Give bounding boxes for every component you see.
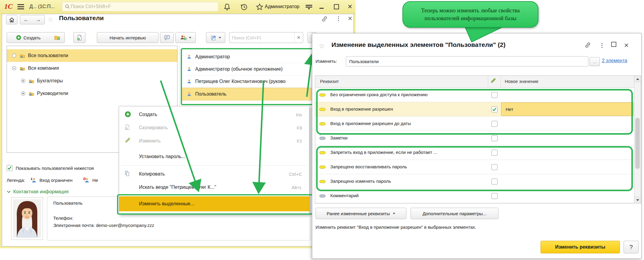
attribute-icon [319, 122, 325, 125]
more-menu-icon[interactable]: ⋮ [336, 15, 341, 22]
main-menu-icon[interactable] [17, 4, 24, 5]
check-icon [8, 166, 12, 170]
attribute-label: Без ограничения срока доступа к приложен… [330, 92, 427, 97]
row-checkbox[interactable] [491, 150, 498, 156]
list-search-input[interactable] [230, 32, 294, 43]
maximize-icon[interactable] [611, 42, 616, 48]
user-row[interactable]: Администратор (обычное приложение) [181, 63, 312, 75]
table-row-selected[interactable]: Вход в приложение разрешен Нет [315, 102, 634, 117]
contact-info-section-toggle[interactable]: Контактная информация [7, 189, 69, 194]
maximize-icon[interactable] [334, 4, 339, 9]
favorite-star-icon[interactable]: ☆ [48, 16, 54, 23]
table-row[interactable]: Запрещено восстанавливать пароль [315, 160, 634, 174]
additional-params-button[interactable]: Дополнительные параметры... [411, 208, 498, 219]
menu-shortcut: Alt+L [291, 185, 302, 190]
note-attribute-icon [319, 137, 325, 140]
new-value-cell[interactable]: Нет [501, 102, 633, 116]
close-icon[interactable]: ✕ [624, 42, 629, 49]
screen: 1С Д... (1С:П... Администратор ✕ ← → ☆ П… [0, 0, 644, 260]
scroll-down-button[interactable] [634, 197, 641, 203]
user-row[interactable]: Администратор [181, 51, 312, 63]
export-dropdown-button[interactable] [206, 32, 225, 43]
previously-changed-attrs-button[interactable]: Ранее измененные реквизиты [316, 208, 406, 219]
create-group-button[interactable] [50, 32, 65, 43]
dialog-title: Изменение выделенных элементов "Пользова… [331, 41, 505, 48]
menu-item-label: Искать везде "Петрищев Олег К..." [139, 185, 216, 190]
elements-link[interactable]: 2 элемента [602, 58, 627, 63]
global-search[interactable] [62, 2, 218, 11]
restricted-login-icon [30, 177, 37, 183]
create-from-new-button[interactable] [73, 32, 85, 43]
row-checkbox[interactable] [491, 121, 498, 127]
table-row[interactable]: Комментарий [315, 189, 634, 203]
table-row[interactable]: Запрещено изменять пароль [315, 174, 634, 189]
change-target-input[interactable] [346, 56, 588, 66]
get-link-icon[interactable] [584, 42, 591, 50]
user-icon [187, 67, 192, 72]
table-row[interactable]: Р Заметки [315, 131, 634, 145]
menu-item-copy[interactable]: Копировать Ctrl+C [119, 167, 309, 181]
user-name: Петрищев Олег Константинович (руково [195, 79, 285, 84]
add-users-dropdown-button[interactable] [175, 32, 196, 43]
user-name: Пользователь [195, 91, 226, 97]
table-row[interactable]: Вход в приложение разрешен до даты [315, 117, 634, 131]
change-attributes-button[interactable]: Изменить реквизиты [541, 241, 620, 253]
tree-item-managers[interactable]: Руководители [7, 87, 177, 100]
contact-name: Пользователь [53, 200, 82, 206]
menu-item-edit[interactable]: Изменить F2 [119, 134, 309, 148]
minimize-icon[interactable] [319, 8, 324, 9]
scroll-up-button[interactable] [634, 76, 641, 82]
favorites-icon[interactable] [256, 3, 263, 11]
forward-button[interactable]: → [32, 15, 45, 24]
page-title: Пользователи [59, 14, 104, 22]
table-row[interactable]: Запретить вход в приложение, если не раб… [315, 145, 634, 160]
help-button[interactable]: ? [624, 241, 639, 253]
start-interview-button[interactable]: Начать интервью [97, 32, 159, 43]
create-button[interactable]: Создать [7, 32, 50, 43]
row-checkbox[interactable] [491, 135, 498, 141]
menu-item-set-password[interactable]: Установить пароль... [119, 150, 309, 163]
menu-item-copy-new[interactable]: Скопировать F9 [119, 121, 309, 134]
notifications-icon[interactable] [223, 3, 231, 11]
table-row[interactable]: Без ограничения срока доступа к приложен… [315, 88, 634, 102]
menu-item-search-everywhere[interactable]: Искать везде "Петрищев Олег К..." Alt+L [119, 181, 309, 194]
window-close-icon[interactable]: ✕ [348, 15, 353, 22]
back-button[interactable]: ← [20, 15, 32, 24]
home-button[interactable] [6, 15, 17, 24]
current-user[interactable]: Администратор [265, 4, 299, 9]
close-icon[interactable]: ✕ [347, 3, 353, 10]
menu-item-create[interactable]: Создать Ins [119, 108, 309, 121]
menu-separator [122, 195, 307, 195]
menu-item-edit-selected[interactable]: Изменить выделенные... [119, 196, 309, 211]
clear-search-icon[interactable]: ✕ [294, 32, 303, 43]
get-link-icon[interactable] [321, 16, 328, 23]
tree-item-accountants[interactable]: Бухгалтеры [7, 75, 177, 87]
discussion-button[interactable] [160, 32, 174, 43]
more-menu-icon[interactable]: ⋮ [599, 42, 605, 49]
table-scrollbar[interactable] [634, 76, 641, 203]
favorite-star-icon[interactable]: ☆ [319, 42, 325, 50]
row-checkbox-checked[interactable] [491, 106, 498, 112]
choose-type-button[interactable]: ... [590, 57, 600, 66]
menu-shortcut: Ins [296, 112, 302, 117]
plus-icon [125, 111, 132, 118]
scroll-thumb[interactable] [635, 118, 640, 169]
global-search-input[interactable] [70, 4, 216, 10]
show-nested-checkbox[interactable] [7, 165, 13, 171]
settings-icon[interactable] [306, 5, 312, 6]
row-checkbox[interactable] [491, 164, 498, 170]
dialog-footer-note: Изменить реквизит "Вход в приложение раз… [316, 225, 476, 230]
row-checkbox[interactable] [491, 193, 498, 199]
row-checkbox[interactable] [491, 92, 498, 98]
additional-params-label: Дополнительные параметры... [423, 211, 487, 216]
tree-item-company[interactable]: Вся компания [7, 62, 177, 75]
tree-item-all-users[interactable]: Все пользователи [7, 49, 177, 62]
user-name: Администратор [195, 54, 230, 60]
user-row[interactable]: Петрищев Олег Константинович (руково [181, 75, 312, 88]
list-search[interactable]: ✕ [229, 32, 303, 43]
history-icon[interactable] [240, 3, 248, 11]
user-row-selected[interactable]: Пользователь [181, 88, 312, 100]
search-icon [65, 4, 70, 9]
row-checkbox[interactable] [491, 179, 498, 185]
user-icon [187, 79, 192, 84]
